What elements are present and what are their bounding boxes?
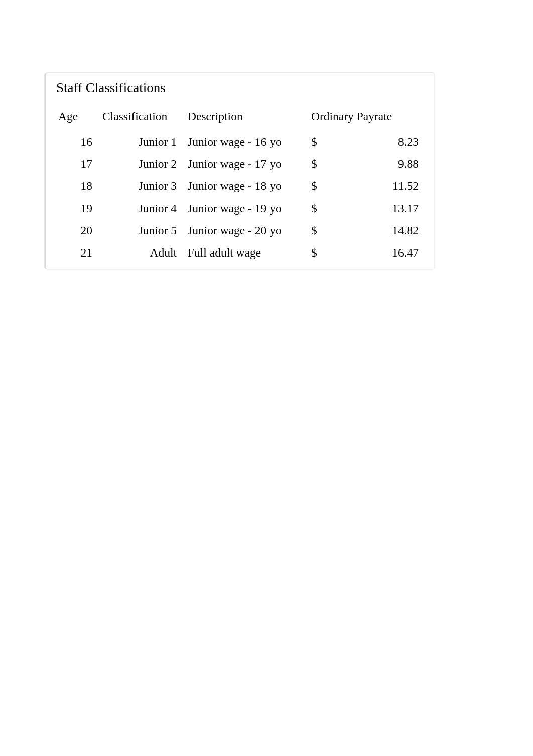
cell-currency: $ <box>311 241 330 264</box>
column-header-payrate: Ordinary Payrate <box>311 110 422 131</box>
cell-currency: $ <box>311 197 330 219</box>
table-row: 21 Adult Full adult wage $ 16.47 <box>58 241 422 264</box>
cell-currency: $ <box>311 131 330 153</box>
cell-description: Junior wage - 16 yo <box>188 131 311 153</box>
cell-rate: 8.23 <box>330 131 422 153</box>
cell-rate: 9.88 <box>330 153 422 175</box>
cell-classification: Junior 2 <box>102 153 188 175</box>
card-title: Staff Classifications <box>56 80 422 96</box>
table-row: 17 Junior 2 Junior wage - 17 yo $ 9.88 <box>58 153 422 175</box>
table-row: 20 Junior 5 Junior wage - 20 yo $ 14.82 <box>58 219 422 241</box>
table-body: 16 Junior 1 Junior wage - 16 yo $ 8.23 1… <box>58 131 422 264</box>
table-header-row: Age Classification Description Ordinary … <box>58 110 422 131</box>
cell-currency: $ <box>311 219 330 241</box>
cell-classification: Adult <box>102 241 188 264</box>
table-row: 16 Junior 1 Junior wage - 16 yo $ 8.23 <box>58 131 422 153</box>
table-row: 19 Junior 4 Junior wage - 19 yo $ 13.17 <box>58 197 422 219</box>
cell-classification: Junior 3 <box>102 175 188 197</box>
cell-age: 16 <box>58 131 102 153</box>
classifications-table: Age Classification Description Ordinary … <box>58 110 422 264</box>
cell-description: Junior wage - 20 yo <box>188 219 311 241</box>
cell-classification: Junior 4 <box>102 197 188 219</box>
column-header-description: Description <box>188 110 311 131</box>
cell-currency: $ <box>311 175 330 197</box>
cell-age: 17 <box>58 153 102 175</box>
cell-currency: $ <box>311 153 330 175</box>
cell-age: 19 <box>58 197 102 219</box>
cell-classification: Junior 1 <box>102 131 188 153</box>
cell-rate: 13.17 <box>330 197 422 219</box>
staff-classifications-card: Staff Classifications Age Classification… <box>46 73 434 269</box>
cell-rate: 11.52 <box>330 175 422 197</box>
cell-classification: Junior 5 <box>102 219 188 241</box>
cell-rate: 16.47 <box>330 241 422 264</box>
cell-description: Full adult wage <box>188 241 311 264</box>
cell-description: Junior wage - 17 yo <box>188 153 311 175</box>
cell-rate: 14.82 <box>330 219 422 241</box>
cell-age: 21 <box>58 241 102 264</box>
cell-description: Junior wage - 19 yo <box>188 197 311 219</box>
column-header-age: Age <box>58 110 102 131</box>
column-header-classification: Classification <box>102 110 188 131</box>
cell-age: 20 <box>58 219 102 241</box>
cell-description: Junior wage - 18 yo <box>188 175 311 197</box>
table-header: Age Classification Description Ordinary … <box>58 110 422 131</box>
table-row: 18 Junior 3 Junior wage - 18 yo $ 11.52 <box>58 175 422 197</box>
cell-age: 18 <box>58 175 102 197</box>
document-page: Staff Classifications Age Classification… <box>0 0 533 756</box>
